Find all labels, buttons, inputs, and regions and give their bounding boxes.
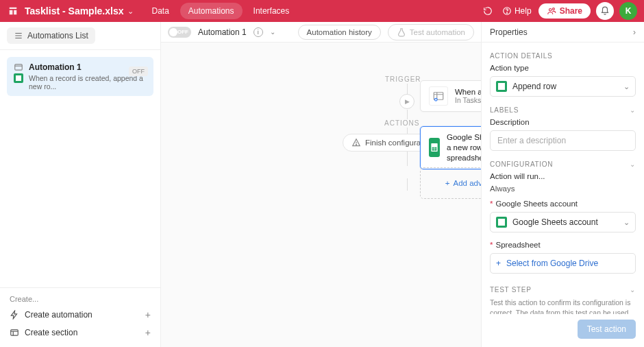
create-heading: Create... [0, 292, 160, 306]
app-logo-icon [7, 5, 19, 17]
sheets-icon [496, 217, 507, 228]
automation-item-status: OFF [129, 67, 148, 76]
test-step-note: Test this action to confirm its configur… [490, 298, 636, 314]
trigger-node[interactable]: When a record is created In Tasks [420, 80, 481, 112]
name-chevron-icon[interactable]: ⌄ [270, 28, 275, 36]
tab-automations[interactable]: Automations [180, 3, 243, 19]
help-label: Help [515, 6, 532, 16]
action-node[interactable]: Google Sheets: Append a new row to a spr… [420, 126, 481, 169]
action-type-select[interactable]: Append row ⌄ [490, 76, 636, 97]
sheets-icon [14, 73, 23, 83]
action-run-value: Always [490, 184, 636, 193]
properties-title: Properties [490, 27, 528, 37]
add-action-button[interactable]: + Add advanced logic or action [420, 167, 481, 199]
properties-panel: Properties › ACTION DETAILS Action type … [482, 22, 644, 347]
automation-item-icons [14, 62, 23, 91]
title-chevron-icon[interactable]: ⌄ [127, 7, 134, 16]
plus-icon: + [145, 327, 151, 338]
automation-history-button[interactable]: Automation history [298, 25, 381, 40]
create-section-label: Create section [25, 328, 77, 337]
google-sheets-account-label: Google Sheets account [490, 200, 636, 208]
google-sheets-account-select[interactable]: Google Sheets account ⌄ [490, 212, 636, 232]
automation-toggle[interactable]: OFF [168, 27, 191, 38]
description-label: Description [490, 118, 636, 126]
plus-icon: + [145, 309, 151, 320]
chevron-down-icon[interactable]: ⌄ [630, 286, 636, 294]
svg-point-8 [356, 144, 357, 145]
svg-rect-5 [11, 330, 18, 335]
automations-list-label: Automations List [27, 31, 88, 40]
chevron-down-icon[interactable]: ⌄ [630, 106, 636, 114]
automation-list-item[interactable]: Automation 1 When a record is created, a… [7, 57, 153, 96]
sheets-icon [496, 81, 507, 92]
toggle-label: OFF [177, 29, 188, 35]
actions-section-label: ACTIONS [384, 119, 419, 127]
action-type-label: Action type [490, 64, 636, 72]
tab-interfaces[interactable]: Interfaces [245, 3, 298, 19]
configuration-heading: CONFIGURATION [490, 160, 553, 168]
automation-canvas: TRIGGER ▶ ACTIONS When a record is creat… [161, 43, 481, 347]
chevron-down-icon[interactable]: ⌄ [630, 160, 636, 168]
plus-icon: + [445, 179, 450, 187]
action-type-value: Append row [512, 82, 556, 91]
user-avatar[interactable]: K [619, 2, 637, 20]
test-step-heading: TEST STEP [490, 286, 532, 294]
trigger-title: When a record is created [455, 88, 481, 96]
help-button[interactable]: Help [502, 6, 532, 16]
description-input[interactable] [490, 130, 636, 151]
action-details-heading: ACTION DETAILS [490, 52, 636, 60]
labels-heading: LABELS [490, 106, 519, 114]
automation-name[interactable]: Automation 1 [198, 27, 247, 37]
run-trigger-icon[interactable]: ▶ [399, 94, 414, 109]
center-panel: OFF Automation 1 i ⌄ Automation history … [161, 22, 482, 347]
spreadsheet-select-label: Select from Google Drive [506, 259, 598, 268]
top-bar: Tasklist - Sample.xlsx ⌄ Data Automation… [0, 0, 644, 22]
center-toolbar: OFF Automation 1 i ⌄ Automation history … [161, 22, 481, 43]
trigger-subtitle: In Tasks [455, 96, 481, 104]
test-action-button[interactable]: Test action [578, 320, 636, 339]
plus-icon: + [496, 259, 501, 268]
google-sheets-account-value: Google Sheets account [512, 217, 598, 227]
info-icon[interactable]: i [253, 27, 263, 37]
expand-icon[interactable]: › [633, 27, 636, 37]
test-automation-label: Test automation [410, 28, 465, 36]
automations-list-button[interactable]: Automations List [7, 27, 95, 44]
spreadsheet-select[interactable]: + Select from Google Drive [490, 253, 636, 274]
automation-item-desc: When a record is created, append a new r… [29, 74, 147, 91]
google-sheets-icon [429, 138, 440, 157]
tab-data[interactable]: Data [143, 3, 177, 19]
record-created-icon [429, 86, 448, 106]
test-automation-button[interactable]: Test automation [388, 24, 474, 40]
create-section-button[interactable]: Create section + [0, 324, 160, 342]
left-sidebar: Automations List Automation 1 When a rec… [0, 22, 161, 347]
chevron-down-icon: ⌄ [623, 82, 630, 91]
svg-point-3 [552, 8, 554, 10]
svg-point-2 [549, 9, 552, 12]
action-title: Google Sheets: Append a new row to a spr… [447, 132, 481, 163]
svg-point-1 [506, 12, 507, 13]
chevron-down-icon: ⌄ [623, 218, 630, 227]
history-icon[interactable] [479, 2, 497, 20]
spreadsheet-label: Spreadsheet [490, 241, 636, 249]
notifications-icon[interactable] [596, 2, 614, 20]
top-tabs: Data Automations Interfaces [143, 3, 297, 19]
action-run-label: Action will run... [490, 172, 636, 180]
share-button[interactable]: Share [538, 3, 591, 19]
trigger-section-label: TRIGGER [385, 75, 421, 83]
share-label: Share [560, 6, 582, 16]
create-automation-label: Create automation [25, 310, 92, 320]
svg-rect-4 [15, 64, 23, 70]
create-automation-button[interactable]: Create automation + [0, 306, 160, 324]
file-title[interactable]: Tasklist - Sample.xlsx [25, 5, 123, 16]
add-action-label: Add advanced logic or action [454, 179, 481, 187]
